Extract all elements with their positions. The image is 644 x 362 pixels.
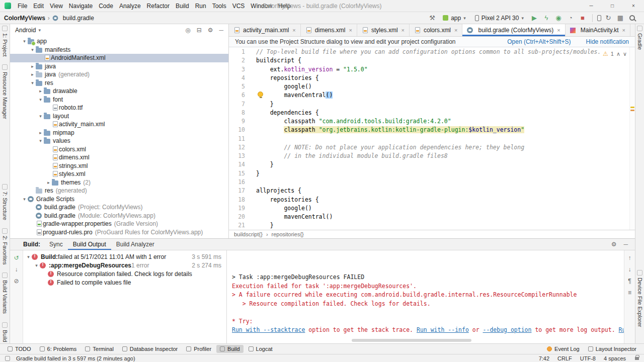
collapsed-arrow-icon[interactable]: ▸ bbox=[45, 180, 52, 185]
code-editor[interactable]: 123456789101112131415161718192021 // Top… bbox=[229, 47, 635, 230]
status-item-utf-8[interactable]: UTF-8 bbox=[580, 355, 596, 361]
tree-item-res-generated[interactable]: res(generated) bbox=[10, 187, 228, 195]
stripe-build[interactable]: Build bbox=[2, 322, 8, 342]
stripe-1-project[interactable]: 1: Project bbox=[2, 26, 8, 56]
tree-item-androidmanifest-xml[interactable]: AndroidManifest.xml bbox=[10, 54, 228, 62]
menu-window[interactable]: Window bbox=[248, 0, 275, 12]
breadcrumb-file[interactable]: build.gradle bbox=[63, 15, 94, 22]
build-settings-gear-icon[interactable]: ⚙ bbox=[611, 241, 617, 248]
tree-item-styles-xml[interactable]: styles.xml bbox=[10, 170, 228, 178]
run-button[interactable]: ▶ bbox=[529, 14, 539, 22]
tab-styles-xml[interactable]: styles.xml× bbox=[357, 24, 410, 36]
stripe-build-variants[interactable]: Build Variants bbox=[2, 273, 8, 314]
menu-refactor[interactable]: Refactor bbox=[144, 0, 173, 12]
apply-changes-icon[interactable]: ϟ bbox=[541, 14, 551, 22]
soft-wrap-icon[interactable]: ¶ bbox=[628, 278, 631, 285]
tab-activity-main-xml[interactable]: activity_main.xml× bbox=[229, 24, 301, 36]
next-warning-icon[interactable]: ∨ bbox=[623, 50, 627, 58]
toolwindow-logcat[interactable]: Logcat bbox=[245, 345, 276, 353]
tree-item-colors-xml[interactable]: colors.xml bbox=[10, 145, 228, 154]
tree-item-build-gradle-project-colormyviews[interactable]: build.gradle(Project: ColorMyViews) bbox=[10, 203, 228, 212]
close-tab-icon[interactable]: × bbox=[454, 27, 457, 33]
stripe-resource-manager[interactable]: Resource Manager bbox=[2, 64, 8, 119]
search-icon[interactable] bbox=[629, 15, 635, 21]
scroll-to-end-icon[interactable]: ≡ bbox=[628, 289, 631, 296]
console-link[interactable]: Run with --info bbox=[417, 326, 469, 333]
status-message[interactable]: Gradle build failed in 3 s 597 ms (2 min… bbox=[16, 355, 135, 361]
tree-item-strings-xml[interactable]: strings.xml bbox=[10, 162, 228, 170]
status-item-crlf[interactable]: CRLF bbox=[557, 355, 572, 361]
tree-item-gradle-wrapper-properties-gradle-version[interactable]: gradle-wrapper.properties(Gradle Version… bbox=[10, 220, 228, 228]
build-tree-row-2[interactable]: Resource compilation failed. Check logs … bbox=[23, 269, 226, 278]
menu-code[interactable]: Code bbox=[96, 0, 116, 12]
tree-item-res[interactable]: ▾res bbox=[10, 79, 228, 87]
intention-bulb-icon[interactable] bbox=[258, 92, 263, 97]
console-link[interactable]: Run with --stacktrace bbox=[232, 326, 305, 333]
build-tree-row-3[interactable]: Failed to compile values file bbox=[23, 278, 226, 287]
project-settings-gear-icon[interactable]: ⚙ bbox=[208, 27, 213, 34]
menu-navigate[interactable]: Navigate bbox=[66, 0, 96, 12]
collapse-all-icon[interactable]: ⊟ bbox=[197, 27, 202, 34]
expanded-arrow-icon[interactable]: ▾ bbox=[37, 114, 44, 119]
run-config-dropdown[interactable]: app ▾ bbox=[439, 14, 469, 23]
restart-build-icon[interactable]: ↺ bbox=[14, 254, 19, 261]
menu-help[interactable]: Help bbox=[275, 0, 294, 12]
build-tree-row-1[interactable]: ▾:app:mergeDebugResources 1 error2 s 274… bbox=[23, 261, 226, 269]
maximize-button[interactable]: □ bbox=[602, 0, 623, 12]
tree-item-java-generated[interactable]: ▸java(generated) bbox=[10, 70, 228, 79]
hide-build-panel-icon[interactable]: ─ bbox=[623, 241, 628, 248]
debug-button[interactable]: ◉ bbox=[553, 14, 564, 22]
status-item-7-42[interactable]: 7:42 bbox=[539, 355, 549, 361]
build-tab-build-output[interactable]: Build Output bbox=[68, 239, 111, 250]
tree-item-java[interactable]: ▸java bbox=[10, 62, 228, 71]
close-button[interactable]: × bbox=[623, 0, 644, 12]
tab-build-gradle-colormyviews[interactable]: build.gradle (ColorMyViews)× bbox=[462, 24, 565, 36]
expanded-arrow-icon[interactable]: ▾ bbox=[37, 138, 44, 143]
tree-item-dimens-xml[interactable]: dimens.xml bbox=[10, 153, 228, 162]
stripe-gradle[interactable]: Gradle bbox=[637, 26, 643, 50]
tree-item-gradle-scripts[interactable]: ▾Gradle Scripts bbox=[10, 195, 228, 204]
select-opened-file-icon[interactable]: ◎ bbox=[185, 27, 190, 34]
expanded-arrow-icon[interactable]: ▾ bbox=[25, 254, 32, 259]
console-link[interactable]: Run wit bbox=[619, 326, 624, 333]
read-lock-icon[interactable] bbox=[635, 357, 639, 360]
menu-view[interactable]: View bbox=[47, 0, 66, 12]
toolwindow-build[interactable]: Build bbox=[216, 345, 243, 353]
menu-run[interactable]: Run bbox=[192, 0, 209, 12]
tree-item-activity-main-xml[interactable]: activity_main.xml bbox=[10, 120, 228, 129]
build-hammer-icon[interactable]: ⚒ bbox=[427, 14, 437, 22]
tree-item-proguard-rules-pro-proguard-rules-for-colormyviews-app[interactable]: proguard-rules.pro(ProGuard Rules for Co… bbox=[10, 228, 228, 237]
close-tab-icon[interactable]: × bbox=[349, 27, 352, 33]
menu-vcs[interactable]: VCS bbox=[229, 0, 248, 12]
device-dropdown[interactable]: Pixel 2 API 30 ▾ bbox=[471, 14, 527, 23]
close-tab-icon[interactable]: × bbox=[622, 27, 625, 33]
collapsed-arrow-icon[interactable]: ▸ bbox=[37, 88, 44, 94]
tree-item-font[interactable]: ▾font bbox=[10, 96, 228, 104]
expanded-arrow-icon[interactable]: ▾ bbox=[29, 80, 36, 85]
sync-project-icon[interactable]: ↻ bbox=[603, 14, 613, 22]
menu-edit[interactable]: Edit bbox=[30, 0, 47, 12]
tool-window-switcher-icon[interactable] bbox=[5, 356, 10, 361]
scroll-up-icon[interactable]: ↑ bbox=[628, 254, 631, 261]
scroll-down-icon[interactable]: ↓ bbox=[628, 266, 631, 273]
jump-to-source-icon[interactable]: ↓ bbox=[15, 266, 18, 273]
toolwindow-profiler[interactable]: Profiler bbox=[183, 345, 215, 353]
stop-button[interactable]: ■ bbox=[578, 14, 588, 22]
breadcrumb-project[interactable]: ColorMyViews bbox=[4, 15, 45, 22]
expanded-arrow-icon[interactable]: ▾ bbox=[21, 39, 28, 44]
tab-mainactivity-kt[interactable]: MainActivity.kt× bbox=[566, 24, 630, 36]
toolwindow-6-problems[interactable]: 6: Problems bbox=[36, 345, 80, 353]
expanded-arrow-icon[interactable]: ▾ bbox=[37, 97, 44, 102]
stripe-7-structure[interactable]: 7: Structure bbox=[2, 184, 8, 220]
breadcrumb-buildscript[interactable]: buildscript{} bbox=[234, 231, 263, 237]
tree-item-layout[interactable]: ▾layout bbox=[10, 112, 228, 121]
menu-build[interactable]: Build bbox=[173, 0, 192, 12]
sdk-manager-icon[interactable]: ▦ bbox=[615, 14, 625, 22]
expanded-arrow-icon[interactable]: ▾ bbox=[21, 197, 28, 202]
build-tab-sync[interactable]: Sync bbox=[44, 239, 68, 250]
expanded-arrow-icon[interactable]: ▾ bbox=[29, 47, 36, 52]
close-tab-icon[interactable]: × bbox=[557, 27, 560, 33]
close-tab-icon[interactable]: × bbox=[292, 27, 295, 33]
stripe-2-favorites[interactable]: 2: Favorites bbox=[2, 228, 8, 264]
project-view-selector[interactable]: Android ▾ bbox=[15, 27, 41, 34]
